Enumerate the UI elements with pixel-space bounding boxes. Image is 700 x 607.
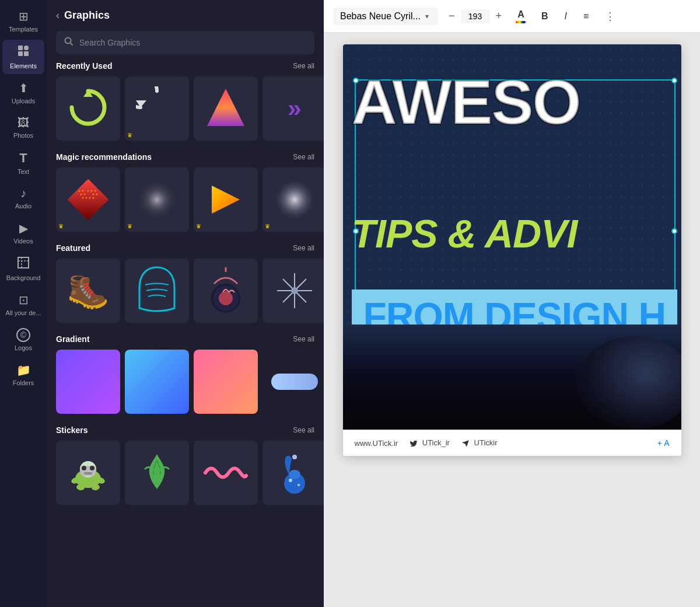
- svg-point-19: [86, 197, 88, 199]
- twitter-handle: UTick_ir: [410, 438, 450, 448]
- svg-marker-7: [207, 89, 244, 126]
- crown-badge: ♛: [196, 223, 201, 229]
- svg-rect-0: [18, 46, 23, 50]
- list-item[interactable]: ♛: [56, 168, 120, 232]
- selection-handle-tr[interactable]: [671, 78, 677, 83]
- graphics-panel: ‹ Graphics Recently Used See all: [47, 0, 324, 607]
- recently-used-section: Recently Used See all: [56, 61, 314, 141]
- svg-point-13: [88, 190, 89, 192]
- font-selector[interactable]: Bebas Neue Cyril... ▾: [333, 8, 438, 25]
- svg-point-45: [289, 470, 300, 479]
- stickers-title: Stickers: [56, 425, 88, 435]
- elements-icon: [17, 44, 30, 60]
- background-icon: [17, 256, 30, 272]
- sidebar-item-audio[interactable]: ♪ Audio: [2, 182, 44, 214]
- featured-items: 🥾: [56, 259, 314, 323]
- sidebar-item-photos[interactable]: 🖼 Photos: [2, 111, 44, 144]
- top-toolbar: Bebas Neue Cyril... ▾ − + A B I ≡ ⋮: [324, 0, 700, 33]
- svg-point-9: [79, 190, 80, 192]
- sidebar-item-label: Uploads: [12, 97, 35, 104]
- svg-marker-23: [212, 186, 240, 214]
- boot-graphic: 🥾: [67, 271, 109, 311]
- sidebar-item-templates[interactable]: ⊞ Templates: [2, 5, 44, 37]
- list-item[interactable]: [194, 259, 258, 323]
- pink-gradient: [194, 350, 258, 414]
- list-item[interactable]: [262, 259, 324, 323]
- crown-badge: ♛: [265, 223, 270, 229]
- font-color-a-label: A: [517, 9, 524, 20]
- canvas-design-top[interactable]: AWESO TIPS & ADVI FROM DESIGN H ↺: [343, 44, 681, 430]
- gradient-see-all[interactable]: See all: [293, 335, 314, 343]
- sidebar-item-folders[interactable]: 📁 Folders: [2, 358, 44, 391]
- canvas-text-awesome[interactable]: AWESO: [352, 74, 580, 130]
- sidebar-item-uploads[interactable]: ⬆ Uploads: [2, 76, 44, 109]
- sidebar-item-elements[interactable]: Elements: [2, 40, 44, 74]
- svg-point-46: [292, 455, 297, 459]
- italic-button[interactable]: I: [560, 8, 572, 25]
- svg-point-47: [289, 479, 292, 482]
- search-icon: [64, 37, 74, 48]
- list-item[interactable]: [194, 350, 258, 414]
- list-item[interactable]: ♛: [125, 76, 189, 141]
- sidebar-item-videos[interactable]: ▶ Videos: [2, 217, 44, 249]
- design-canvas: AWESO TIPS & ADVI FROM DESIGN H ↺ www.UT…: [343, 44, 681, 456]
- canvas-area: AWESO TIPS & ADVI FROM DESIGN H ↺ www.UT…: [324, 33, 700, 607]
- list-item[interactable]: [56, 76, 120, 141]
- list-item[interactable]: [56, 441, 120, 505]
- svg-rect-2: [18, 51, 23, 56]
- svg-point-12: [84, 194, 86, 196]
- recently-used-see-all[interactable]: See all: [293, 62, 314, 70]
- telegram-handle: UTickir: [461, 438, 498, 448]
- recently-used-items: ♛: [56, 76, 314, 141]
- magic-recommendations-header: Magic recommendations See all: [56, 152, 314, 162]
- align-button[interactable]: ≡: [579, 8, 593, 25]
- sidebar-item-text[interactable]: T Text: [2, 146, 44, 180]
- featured-see-all[interactable]: See all: [293, 244, 314, 252]
- list-item[interactable]: [56, 350, 120, 414]
- sidebar-item-label: Logos: [15, 344, 32, 351]
- canvas-bottom-bar: www.UTick.ir UTick_ir UTickir + A: [343, 430, 681, 456]
- selection-handle-mr[interactable]: [671, 228, 677, 234]
- svg-point-22: [137, 180, 177, 219]
- list-item[interactable]: [194, 76, 258, 141]
- font-size-decrease-button[interactable]: −: [445, 8, 459, 25]
- font-color-button[interactable]: A: [512, 7, 530, 26]
- crown-badge: ♛: [127, 223, 132, 229]
- videos-icon: ▶: [19, 221, 28, 235]
- folders-icon: 📁: [16, 363, 31, 377]
- canvas-text-tips[interactable]: TIPS & ADVI: [352, 214, 578, 253]
- website-url: www.UTick.ir: [355, 439, 398, 448]
- search-input[interactable]: [79, 38, 306, 47]
- list-item[interactable]: [125, 259, 189, 323]
- list-item[interactable]: ♛: [125, 168, 189, 232]
- magic-recommendations-see-all[interactable]: See all: [293, 153, 314, 161]
- editor-area: Bebas Neue Cyril... ▾ − + A B I ≡ ⋮: [324, 0, 700, 607]
- svg-point-37: [82, 466, 86, 470]
- svg-point-14: [91, 190, 93, 192]
- list-item[interactable]: 🥾: [56, 259, 120, 323]
- list-item[interactable]: [262, 441, 324, 505]
- list-item[interactable]: ♛: [262, 168, 324, 232]
- list-item[interactable]: [194, 441, 258, 505]
- list-item[interactable]: [125, 441, 189, 505]
- stickers-see-all[interactable]: See all: [293, 426, 314, 434]
- list-item[interactable]: [125, 350, 189, 414]
- list-item[interactable]: ♛: [194, 168, 258, 232]
- list-item[interactable]: »: [262, 76, 324, 141]
- add-more-button[interactable]: + A: [657, 438, 670, 448]
- logos-icon: ©: [16, 328, 30, 342]
- list-item[interactable]: [262, 350, 324, 414]
- font-size-input[interactable]: [461, 9, 490, 23]
- sidebar-item-background[interactable]: Background: [2, 252, 44, 286]
- back-button[interactable]: ‹: [56, 9, 60, 22]
- sidebar-item-all-your-designs[interactable]: ⊡ All your de...: [2, 288, 44, 321]
- more-options-button[interactable]: ⋮: [600, 6, 620, 26]
- color-bar: [516, 21, 526, 23]
- bold-button[interactable]: B: [537, 8, 553, 25]
- font-size-increase-button[interactable]: +: [492, 8, 506, 25]
- svg-rect-3: [24, 51, 29, 56]
- search-bar[interactable]: [56, 31, 314, 54]
- svg-rect-39: [84, 472, 92, 475]
- sidebar-item-logos[interactable]: © Logos: [2, 323, 44, 356]
- panel-content: Recently Used See all: [47, 61, 324, 607]
